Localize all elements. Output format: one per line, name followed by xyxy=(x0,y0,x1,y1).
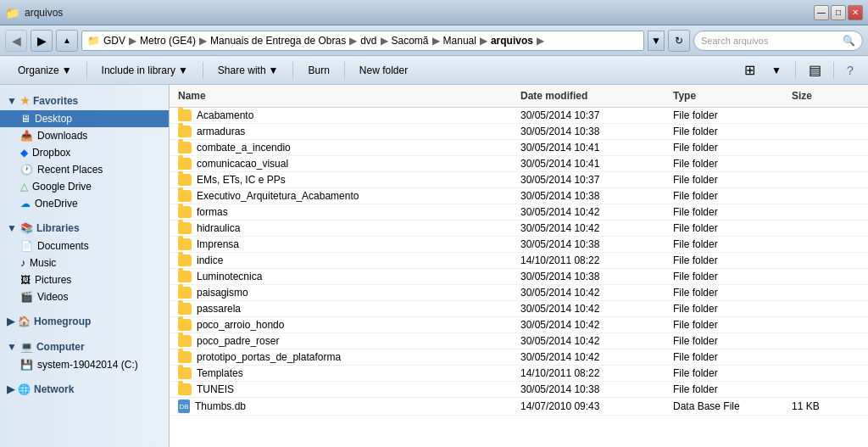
view-toggle-button[interactable]: ▼ xyxy=(765,59,788,81)
table-row[interactable]: Executivo_Arquitetura_Acabamento30/05/20… xyxy=(170,188,868,204)
file-type: File folder xyxy=(673,287,792,299)
search-icon[interactable]: 🔍 xyxy=(843,35,855,47)
sidebar-item-onedrive[interactable]: ☁ OneDrive xyxy=(0,195,169,212)
sidebar-section-header-network[interactable]: ▶ 🌐 Network xyxy=(0,380,169,399)
path-sep-6: ▶ xyxy=(480,35,487,47)
sidebar-item-c-drive[interactable]: 💾 system-19042014 (C:) xyxy=(0,356,169,373)
search-placeholder: Search arquivos xyxy=(701,36,843,46)
file-name-cell: poco_padre_roser xyxy=(178,335,520,347)
sidebar-item-music[interactable]: ♪ Music xyxy=(0,254,169,271)
file-name: paisagismo xyxy=(197,287,248,299)
organize-button[interactable]: Organize ▼ xyxy=(8,59,81,81)
file-name: Thumbs.db xyxy=(195,400,246,412)
file-name-cell: hidraulica xyxy=(178,222,520,234)
search-box[interactable]: Search arquivos 🔍 xyxy=(693,31,863,51)
burn-button[interactable]: Burn xyxy=(298,59,338,81)
file-type: Data Base File xyxy=(673,400,792,412)
table-row[interactable]: EMs, ETs, IC e PPs30/05/2014 10:37File f… xyxy=(170,172,868,188)
file-date: 30/05/2014 10:37 xyxy=(520,174,673,186)
sidebar-section-header-favorites[interactable]: ▼ ★ Favorites xyxy=(0,92,169,110)
organize-chevron-icon: ▼ xyxy=(62,64,72,76)
sidebar-item-desktop[interactable]: 🖥 Desktop xyxy=(0,110,169,127)
file-name-cell: comunicacao_visual xyxy=(178,158,520,170)
folder-icon xyxy=(178,158,192,170)
file-date: 30/05/2014 10:38 xyxy=(520,190,673,202)
table-row[interactable]: prototipo_portas_de_plataforma30/05/2014… xyxy=(170,349,868,366)
path-part-6: Manual xyxy=(443,35,476,47)
main-layout: ▼ ★ Favorites 🖥 Desktop 📥 Downloads ◆ Dr… xyxy=(0,85,868,447)
sidebar-item-recent-places[interactable]: 🕐 Recent Places xyxy=(0,161,169,178)
folder-icon xyxy=(178,335,192,347)
sidebar-item-downloads[interactable]: 📥 Downloads xyxy=(0,127,169,144)
dropbox-label: Dropbox xyxy=(32,147,70,159)
refresh-button[interactable]: ↻ xyxy=(668,30,690,52)
file-type: File folder xyxy=(673,303,792,315)
table-row[interactable]: comunicacao_visual30/05/2014 10:41File f… xyxy=(170,156,868,172)
file-type: File folder xyxy=(673,351,792,363)
minimize-button[interactable]: — xyxy=(814,5,829,20)
maximize-button[interactable]: □ xyxy=(831,5,846,20)
file-date: 30/05/2014 10:42 xyxy=(520,303,673,315)
include-library-button[interactable]: Include in library ▼ xyxy=(92,59,198,81)
path-sep-5: ▶ xyxy=(432,35,440,47)
share-with-button[interactable]: Share with ▼ xyxy=(209,59,288,81)
table-row[interactable]: poco_padre_roser30/05/2014 10:42File fol… xyxy=(170,333,868,349)
table-row[interactable]: formas30/05/2014 10:42File folder xyxy=(170,204,868,221)
close-button[interactable]: ✕ xyxy=(848,5,863,20)
table-row[interactable]: Imprensa30/05/2014 10:38File folder xyxy=(170,237,868,253)
downloads-label: Downloads xyxy=(37,130,87,142)
sidebar-item-google-drive[interactable]: △ Google Drive xyxy=(0,178,169,195)
path-sep-2: ▶ xyxy=(199,35,207,47)
file-name: armaduras xyxy=(197,126,245,137)
file-type: File folder xyxy=(673,335,792,347)
preview-button[interactable]: ▤ xyxy=(803,59,826,81)
table-row[interactable]: Templates14/10/2011 08:22File folder xyxy=(170,366,868,382)
file-name-cell: Imprensa xyxy=(178,238,520,250)
sidebar-item-documents[interactable]: 📄 Documents xyxy=(0,237,169,254)
network-icon: 🌐 xyxy=(18,383,31,395)
onedrive-icon: ☁ xyxy=(20,198,31,210)
c-drive-icon: 💾 xyxy=(20,359,33,371)
column-header-type[interactable]: Type xyxy=(673,88,792,103)
file-type: File folder xyxy=(673,190,792,202)
address-path[interactable]: 📁 GDV ▶ Metro (GE4) ▶ Manuais de Entrega… xyxy=(81,31,644,51)
file-name: EMs, ETs, IC e PPs xyxy=(197,174,286,186)
table-row[interactable]: Acabamento30/05/2014 10:37File folder xyxy=(170,108,868,124)
sidebar-section-header-libraries[interactable]: ▼ 📚 Libraries xyxy=(0,219,169,237)
table-row[interactable]: poco_arroio_hondo30/05/2014 10:42File fo… xyxy=(170,317,868,333)
window-icon: 📁 xyxy=(5,6,19,20)
forward-button[interactable]: ▶ xyxy=(31,30,53,52)
table-row[interactable]: Luminotecnica30/05/2014 10:38File folder xyxy=(170,269,868,285)
table-row[interactable]: TUNEIS30/05/2014 10:38File folder xyxy=(170,382,868,398)
title-bar: 📁 arquivos — □ ✕ xyxy=(0,0,868,25)
column-header-size[interactable]: Size xyxy=(792,88,860,103)
file-name-cell: paisagismo xyxy=(178,287,520,299)
table-row[interactable]: passarela30/05/2014 10:42File folder xyxy=(170,301,868,317)
table-row[interactable]: indice14/10/2011 08:22File folder xyxy=(170,253,868,269)
new-folder-button[interactable]: New folder xyxy=(350,59,417,81)
include-library-chevron-icon: ▼ xyxy=(178,64,188,76)
table-row[interactable]: DBThumbs.db14/07/2010 09:43Data Base Fil… xyxy=(170,398,868,416)
table-row[interactable]: hidraulica30/05/2014 10:42File folder xyxy=(170,221,868,237)
sidebar-section-header-homegroup[interactable]: ▶ 🏠 Homegroup xyxy=(0,312,169,331)
address-dropdown[interactable]: ▼ xyxy=(648,31,665,51)
table-row[interactable]: paisagismo30/05/2014 10:42File folder xyxy=(170,285,868,301)
view-list-button[interactable]: ⊞ xyxy=(737,59,761,81)
file-type: File folder xyxy=(673,319,792,331)
table-row[interactable]: combate_a_incendio30/05/2014 10:41File f… xyxy=(170,140,868,156)
favorites-label: Favorites xyxy=(33,95,78,107)
computer-icon: 💻 xyxy=(20,341,33,353)
folder-icon xyxy=(178,126,192,137)
sidebar-section-header-computer[interactable]: ▼ 💻 Computer xyxy=(0,338,169,356)
sidebar-item-pictures[interactable]: 🖼 Pictures xyxy=(0,271,169,288)
back-button[interactable]: ◀ xyxy=(5,30,27,52)
column-header-name[interactable]: Name xyxy=(178,88,520,103)
sidebar-item-dropbox[interactable]: ◆ Dropbox xyxy=(0,144,169,161)
database-icon: DB xyxy=(178,400,190,413)
table-row[interactable]: armaduras30/05/2014 10:38File folder xyxy=(170,124,868,140)
up-button[interactable]: ▲ xyxy=(56,30,78,52)
dropbox-icon: ◆ xyxy=(20,147,28,159)
help-button[interactable]: ? xyxy=(841,61,860,80)
sidebar-item-videos[interactable]: 🎬 Videos xyxy=(0,288,169,305)
column-header-date[interactable]: Date modified xyxy=(520,88,673,103)
